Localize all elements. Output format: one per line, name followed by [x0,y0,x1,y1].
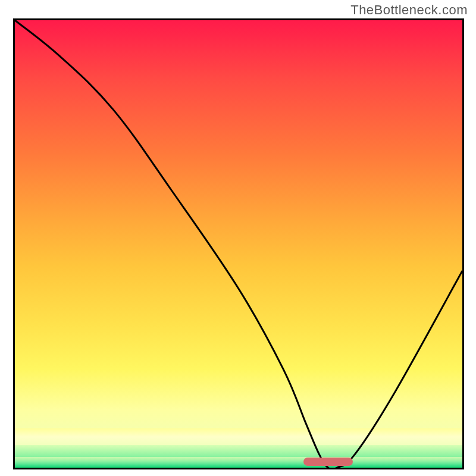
line-curve [15,20,462,468]
plot-area [13,18,464,469]
optimal-range-marker [303,458,353,466]
attribution-label: TheBottleneck.com [350,2,468,18]
chart-container: TheBottleneck.com [0,0,476,476]
